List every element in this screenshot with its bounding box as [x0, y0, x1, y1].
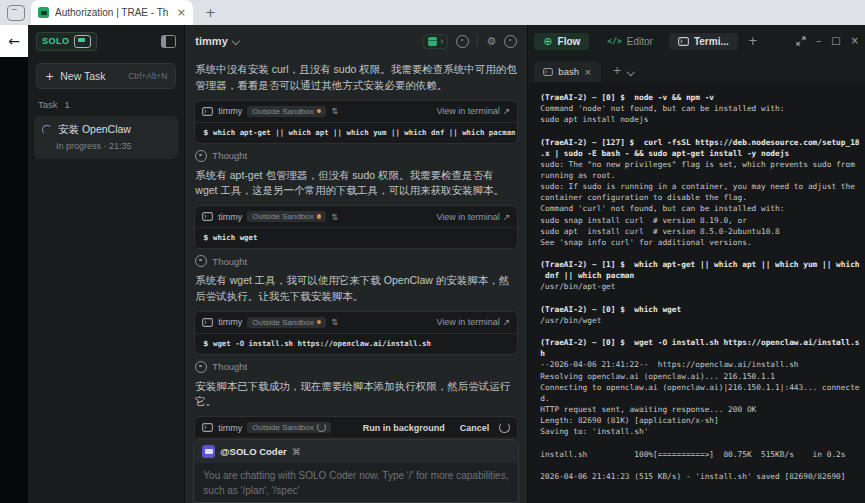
sandbox-status-button[interactable]: ›: [423, 34, 448, 49]
flow-icon: ⊕: [543, 36, 552, 47]
expand-collapse-icon[interactable]: ⇅: [331, 212, 338, 222]
history-icon[interactable]: [456, 35, 469, 48]
chat-input[interactable]: @SOLO Coder ⌘ You are chatting with SOLO…: [193, 439, 519, 503]
terminal-line: install.sh 100%[==========>] 80.75K 515K…: [540, 449, 865, 460]
account-icon[interactable]: [504, 35, 517, 48]
terminal-line: /usr/bin/apt-get: [540, 281, 865, 292]
terminal-line: (TraeAI-2) ~ [0] $ wget -O install.sh ht…: [540, 337, 865, 348]
terminal-line: running as root.: [540, 170, 865, 181]
back-button[interactable]: ←: [0, 25, 28, 57]
terminal-line: Connecting to openclaw.ai (openclaw.ai)|…: [540, 382, 865, 393]
terminal-line: See 'snap info curl' for additional vers…: [540, 237, 865, 248]
solo-logo: SOLO: [36, 32, 97, 51]
task-title: 安装 OpenClaw: [58, 123, 131, 137]
shell-dropdown-icon[interactable]: [627, 67, 635, 75]
terminal-line: [540, 326, 865, 337]
command-text: $ which apt-get || which apt || which yu…: [195, 123, 517, 143]
browser-tab[interactable]: Authorization | TRAE - Th ×: [31, 0, 193, 25]
task-item[interactable]: 安装 OpenClaw In progress · 21:35: [34, 116, 178, 159]
command-text: $ wget -O install.sh https://openclaw.ai…: [195, 334, 517, 354]
tab-editor[interactable]: </> Editor: [599, 33, 661, 50]
outside-sandbox-badge: Outside Sandbox: [247, 106, 326, 117]
terminal-line: h: [540, 348, 865, 359]
browser-tab-bar: Authorization | TRAE - Th × +: [0, 0, 865, 25]
view-in-terminal-link[interactable]: View in terminal↗: [436, 106, 510, 116]
panel-tab-bar: ⊕ Flow </> Editor Termi... + – □ ×: [528, 25, 865, 57]
new-task-button[interactable]: + New Task Ctrl+Alt+N: [36, 63, 176, 89]
thought-row[interactable]: Thought: [195, 255, 517, 267]
external-link-icon: ↗: [503, 317, 511, 327]
terminal-icon: [678, 37, 689, 46]
terminal-line: Saving to: 'install.sh': [540, 426, 865, 437]
add-panel-tab-button[interactable]: +: [748, 34, 758, 48]
chat-input-placeholder: You are chatting with SOLO Coder now. Ty…: [194, 463, 518, 503]
view-in-terminal-link[interactable]: View in terminal↗: [436, 212, 510, 222]
sandbox-cube-icon: [428, 37, 437, 46]
browser-tab-title: Authorization | TRAE - Th: [55, 7, 172, 18]
agent-mention-chip[interactable]: @SOLO Coder ⌘: [194, 440, 518, 463]
terminal-line: dnf || which pacman: [540, 270, 865, 281]
tab-flow[interactable]: ⊕ Flow: [534, 33, 589, 50]
outside-sandbox-badge: Outside Sandbox: [247, 317, 326, 328]
agent-name-dropdown[interactable]: timmy: [195, 35, 227, 47]
right-panel: ⊕ Flow </> Editor Termi... + – □ × b: [528, 25, 865, 503]
trae-solo-window: SOLO + New Task Ctrl+Alt+N Task 1 安装 Ope…: [28, 25, 865, 503]
terminal-line: sudo: The "no new privileges" flag is se…: [540, 159, 865, 170]
expand-collapse-icon[interactable]: ⇅: [331, 106, 338, 116]
terminal-line: --2026-04-06 21:41:22-- https://openclaw…: [540, 359, 865, 370]
terminal-line: Command 'curl' not found, but can be ins…: [540, 203, 865, 214]
collapse-panel-icon[interactable]: [796, 36, 806, 46]
warning-dot-icon: [317, 109, 322, 114]
expand-collapse-icon[interactable]: ⇅: [331, 317, 338, 327]
terminal-line: sudo apt install nodejs: [540, 114, 865, 125]
warning-dot-icon: [317, 214, 322, 219]
thought-row[interactable]: Thought: [195, 150, 517, 162]
cancel-button[interactable]: Cancel: [460, 423, 490, 433]
terminal-line: Length: 82690 (81K) [application/x-sh]: [540, 415, 865, 426]
thought-icon: [195, 361, 207, 373]
gear-icon[interactable]: ⚙: [486, 36, 496, 47]
chevron-right-icon: ›: [440, 37, 443, 46]
terminal-line: sudo apt install curl # version 8.5.0-2u…: [540, 226, 865, 237]
terminal-tab-strip: bash × +: [528, 57, 865, 82]
command-card-running: timmy Outside Sandbox Run in background …: [194, 416, 518, 437]
code-icon: </>: [607, 37, 621, 46]
terminal-line: [540, 437, 865, 448]
close-tab-icon[interactable]: ×: [177, 6, 186, 19]
close-icon[interactable]: ×: [851, 36, 859, 46]
terminal-line: container configuration to disable the f…: [540, 192, 865, 203]
agent-message: 系统有 wget 工具，我可以使用它来下载 OpenClaw 的安装脚本，然后尝…: [195, 273, 517, 305]
minimize-icon[interactable]: –: [816, 36, 821, 46]
maximize-icon[interactable]: □: [831, 36, 840, 46]
terminal-output: (TraeAI-2) ~ [0] $ node -v && npm -vComm…: [528, 82, 865, 503]
command-key-icon: ⌘: [292, 447, 301, 457]
plus-icon: +: [45, 70, 54, 83]
command-text: $ which wget: [195, 228, 517, 248]
thought-icon: [195, 255, 207, 267]
terminal-icon: [202, 107, 213, 116]
terminal-line: (TraeAI-2) ~ [0] $ node -v && npm -v: [540, 92, 865, 103]
task-sidebar: SOLO + New Task Ctrl+Alt+N Task 1 安装 Ope…: [28, 25, 185, 503]
solo-screen-icon: [74, 35, 91, 48]
new-tab-button[interactable]: +: [205, 5, 216, 20]
thought-row[interactable]: Thought: [195, 361, 517, 373]
terminal-line: (TraeAI-2) ~ [127] $ curl -fsSL https://…: [540, 137, 865, 148]
terminal-line: [540, 125, 865, 136]
close-shell-icon[interactable]: ×: [584, 67, 592, 77]
sidebar-toggle-icon[interactable]: [161, 35, 176, 48]
tab-terminal[interactable]: Termi...: [669, 33, 738, 50]
agent-message: 系统有 apt-get 包管理器，但没有 sudo 权限。我需要检查是否有 wg…: [195, 168, 517, 200]
robot-icon: [202, 445, 215, 458]
terminal-line: sudo snap install curl # version 8.19.0,…: [540, 215, 865, 226]
task-count: 1: [65, 99, 70, 110]
new-shell-button[interactable]: +: [613, 64, 622, 77]
terminal-line: HTTP request sent, awaiting response... …: [540, 404, 865, 415]
terminal-icon: [202, 212, 213, 221]
agent-chat-panel: timmy › ⚙ 系统中没有安装 curl，且没有 sudo 权限。我需要检查…: [185, 25, 528, 503]
task-section-header: Task 1: [38, 99, 174, 110]
view-in-terminal-link[interactable]: View in terminal↗: [436, 317, 510, 327]
terminal-line: (TraeAI-2) ~ [1] $ which apt-get || whic…: [540, 259, 865, 270]
bash-tab[interactable]: bash ×: [534, 62, 600, 82]
task-spinner-icon: [42, 125, 52, 135]
run-in-background-button[interactable]: Run in background: [363, 423, 445, 433]
